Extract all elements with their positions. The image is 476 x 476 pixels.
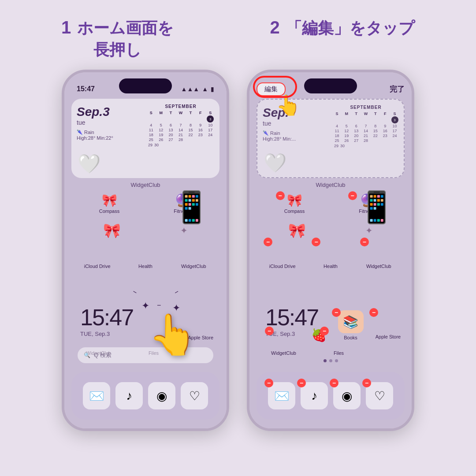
wifi-icon: ▲ (202, 86, 208, 93)
widget-club-label-2: WidgetClub (249, 182, 412, 188)
sparkle-2: − (157, 301, 161, 309)
bottom-row-2: − WidgetClub − Files (267, 329, 355, 356)
status-bar-1: 15:47 ▲▲▲ ▲ ▮ (64, 79, 227, 99)
dock-compass-2[interactable]: − ◉ (333, 382, 361, 409)
search-text-1: Q 検索 (94, 351, 112, 359)
dock-1: ✉️ ♪ ◉ ♡ (71, 372, 219, 420)
clock-time-1: 15:47 (80, 304, 133, 331)
cal-month-2: SEPTEMBER (332, 105, 399, 110)
app-widgetclub-1[interactable]: WidgetClub (177, 240, 210, 269)
widget-left-1: Sep.3 tue 🤍 🌂 RainHigh:28° Min:22° (71, 99, 142, 178)
step-titles: 1 ホーム画面を長押し 2 「編集」をタップ (13, 18, 463, 61)
pearl-heart-2: 🤍 (264, 152, 286, 174)
calendar-widget-1: Sep.3 tue 🤍 🌂 RainHigh:28° Min:22° SEPTE… (71, 99, 219, 178)
page-dots-2 (249, 359, 412, 362)
widget-club-label-1: WidgetClub (64, 182, 227, 188)
delete-compass[interactable]: − (276, 191, 285, 200)
step2-title: 2 「編集」をタップ (270, 18, 415, 61)
cal-grid-2: SMTWTFS 3 45678910 11121314151617 181920… (332, 112, 399, 143)
long-press-hand-1: 👆 (148, 312, 197, 358)
app-icloud-1[interactable]: iCloud Drive (81, 240, 114, 269)
dot-1 (324, 359, 327, 362)
dock-health-1[interactable]: ♡ (181, 382, 208, 409)
step1-title: 1 ホーム画面を長押し (61, 18, 174, 61)
delete-health2[interactable]: − (362, 379, 371, 387)
delete-music[interactable]: − (297, 379, 306, 387)
app-health-2[interactable]: − Health (314, 240, 347, 269)
app-row1-1: 🎀 Compass 🔮 Fitness 📱 (73, 193, 218, 214)
dock-mail-2[interactable]: − ✉️ (268, 382, 295, 409)
page-container: 1 ホーム画面を長押し 2 「編集」をタップ 15:47 ▲▲▲ ▲ ▮ (0, 0, 476, 476)
deco-row-1: 🎀 ✦ (73, 222, 218, 239)
app-row2-2: − iCloud Drive − Health − WidgetClub (258, 240, 403, 269)
dock-music-2[interactable]: − ♪ (301, 382, 328, 409)
widget-weather-2: 🌂 RainHigh:28° Min:... (263, 130, 323, 141)
app-icloud-2[interactable]: − iCloud Drive (266, 240, 299, 269)
delete-widgetclub[interactable]: − (360, 238, 369, 246)
widget-day-2: tue (263, 120, 323, 127)
dock-compass-1[interactable]: ◉ (148, 382, 175, 409)
clock-time-2: 15:47 (265, 304, 318, 331)
phone1: 15:47 ▲▲▲ ▲ ▮ Sep.3 tue 🤍 (62, 70, 229, 431)
search-icon-1: 🔍 (84, 352, 90, 358)
app-compass-2[interactable]: − 🎀 Compass (278, 193, 311, 214)
battery-icon: ▮ (211, 86, 214, 93)
delete-applestore[interactable]: − (369, 308, 378, 317)
app-widgetclub2[interactable]: − WidgetClub (362, 240, 395, 269)
app-row2-1: iCloud Drive Health WidgetClub (73, 240, 218, 269)
delete-files[interactable]: − (320, 327, 329, 335)
dot-3 (335, 359, 338, 362)
widget-right-1: SEPTEMBER SMTWTFS 3 45678910 11121314151… (142, 99, 219, 178)
app-compass-1[interactable]: 🎀 Compass (93, 193, 126, 214)
deco-row-2: 🎀 ✦ (258, 222, 403, 239)
widget-weather-1: 🌂 RainHigh:28° Min:22° (77, 130, 137, 141)
status-time-1: 15:47 (77, 85, 95, 93)
app-files-2[interactable]: − Files (322, 329, 355, 356)
dock-mail-1[interactable]: ✉️ (83, 382, 110, 409)
app-applestore-2[interactable]: − Apple Store (372, 310, 405, 339)
app-health-1[interactable]: Health (129, 240, 162, 269)
edit-highlight-circle (253, 76, 297, 98)
signal-icon: ▲▲▲ (181, 86, 200, 93)
delete-mail[interactable]: − (264, 379, 273, 387)
delete-books[interactable]: − (332, 308, 341, 317)
phone2: 編集 完了 👆 Sep. tue 🤍 🌂 RainHigh:28° Min:..… (247, 70, 414, 431)
dock-music-1[interactable]: ♪ (115, 382, 143, 409)
pearl-heart-1: 🤍 (78, 153, 100, 175)
widget-right-2: SEPTEMBER SMTWTFS 3 45678910 11121314151… (328, 100, 404, 177)
app-widgetclub3[interactable]: − WidgetClub (267, 329, 300, 356)
retro-phone-deco-2: 📱 (357, 189, 396, 225)
widget-day-1: tue (77, 119, 137, 126)
app-row1-2: − 🎀 Compass − 🔮 Fitness 📱 (258, 193, 403, 214)
widget-date-1: Sep.3 (77, 105, 137, 119)
sparkle-4: − (131, 288, 138, 297)
phone2-screen: 編集 完了 👆 Sep. tue 🤍 🌂 RainHigh:28° Min:..… (249, 72, 412, 428)
phone1-screen: 15:47 ▲▲▲ ▲ ▮ Sep.3 tue 🤍 (64, 72, 227, 428)
phones-section: 15:47 ▲▲▲ ▲ ▮ Sep.3 tue 🤍 (13, 70, 463, 431)
dock-2: − ✉️ − ♪ − ◉ − ♡ (257, 372, 405, 420)
sparkle-1: ✦ (141, 300, 149, 312)
cal-month-1: SEPTEMBER (146, 104, 215, 109)
compass-bow-1: 🎀 (96, 193, 123, 207)
dot-2 (329, 359, 332, 362)
cal-grid-1: SMTWTFS 3 45678910 11121314151617 181920… (146, 111, 215, 142)
dock-health-2[interactable]: − ♡ (366, 382, 393, 409)
delete-widgetclub2[interactable]: − (265, 327, 274, 335)
sparkle-5: − (173, 288, 180, 297)
retro-phone-deco-1: 📱 (172, 189, 211, 225)
delete-fitness[interactable]: − (348, 191, 357, 200)
delete-compass2[interactable]: − (330, 379, 338, 387)
status-icons-1: ▲▲▲ ▲ ▮ (181, 86, 214, 93)
done-button-2[interactable]: 完了 (390, 84, 405, 94)
